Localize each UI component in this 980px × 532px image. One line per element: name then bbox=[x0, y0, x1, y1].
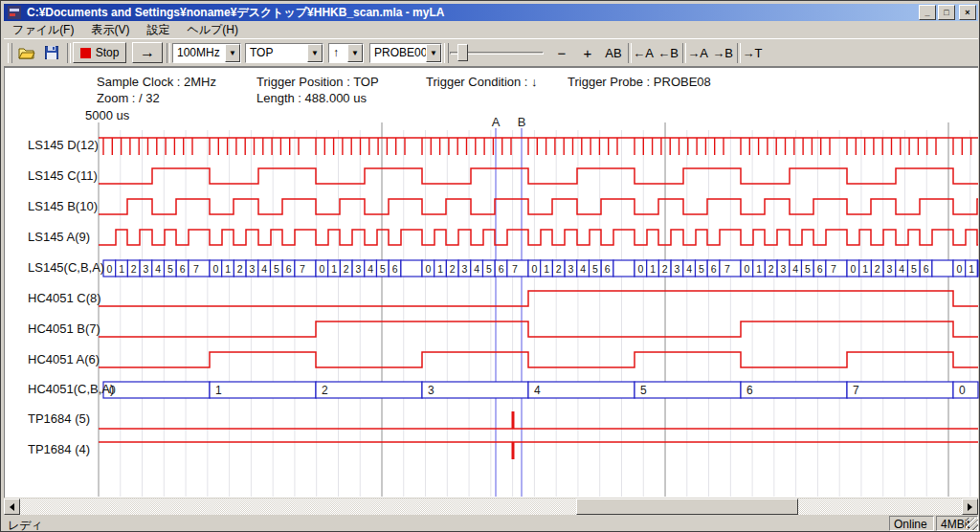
toolbar-gripper[interactable] bbox=[8, 43, 12, 63]
goto-marker-b-button[interactable]: ←B bbox=[657, 44, 679, 61]
bus-cell-label: 0 bbox=[319, 263, 324, 275]
length-text: Length : 488.000 us bbox=[256, 91, 367, 105]
sample-clock-combo[interactable]: 100MHz ▼ bbox=[172, 43, 241, 63]
status-bar: レディ Online 4MBit bbox=[4, 516, 978, 532]
open-file-button[interactable] bbox=[15, 44, 38, 61]
bus-cell bbox=[401, 260, 422, 277]
chevron-down-icon[interactable]: ▼ bbox=[307, 44, 323, 62]
toolbar-separator bbox=[67, 43, 71, 63]
bus-cell-label: 1 bbox=[544, 263, 549, 275]
trigger-edge-combo[interactable]: ↑ ▼ bbox=[328, 43, 364, 63]
channel-label: TP1684 (5) bbox=[28, 411, 90, 427]
bus-cell-label: 0 bbox=[959, 384, 966, 397]
scrollbar-thumb[interactable] bbox=[576, 499, 798, 515]
bus-cell-label: 4 bbox=[368, 263, 373, 275]
bus-cell-label: 0 bbox=[212, 263, 218, 275]
menu-help[interactable]: ヘルプ(H) bbox=[178, 21, 247, 38]
bus-cell-label: 4 bbox=[261, 263, 267, 275]
bus-cell-label: 1 bbox=[969, 263, 974, 275]
trigger-position-combo[interactable]: TOP ▼ bbox=[245, 43, 323, 63]
channel-label: HC4051 A(6) bbox=[28, 352, 100, 367]
chevron-down-icon[interactable]: ▼ bbox=[426, 44, 441, 62]
chevron-down-icon[interactable]: ▼ bbox=[347, 44, 363, 62]
app-window: 0123456701234567012345601234567012345601… bbox=[0, 0, 980, 532]
trigger-position-text: Trigger Position : TOP bbox=[256, 75, 379, 89]
set-marker-a-button[interactable]: →A bbox=[686, 44, 709, 61]
title-bar[interactable]: C:¥Documents and Settings¥noname¥デスクトップ¥… bbox=[4, 4, 978, 21]
zoom-out-button[interactable]: − bbox=[553, 44, 570, 61]
channel-label: LS145 C(11) bbox=[28, 168, 98, 184]
goto-trigger-button[interactable]: →T bbox=[741, 44, 764, 61]
bus-cell-label: 2 bbox=[344, 263, 349, 275]
trace-wave bbox=[99, 321, 978, 337]
bus-cell-label: 2 bbox=[131, 263, 137, 275]
zoom-text: Zoom : / 32 bbox=[97, 91, 160, 105]
bus-cell-label: 4 bbox=[792, 263, 798, 275]
menu-bar: ファイル(F) 表示(V) 設定 ヘルプ(H) bbox=[4, 21, 978, 38]
bus-cell-label: 1 bbox=[225, 263, 231, 275]
bus-cell bbox=[847, 382, 953, 398]
bus-cell-label: 4 bbox=[534, 384, 541, 397]
bus-cell-label: 6 bbox=[286, 263, 292, 275]
marker-a-label[interactable]: A bbox=[490, 115, 501, 129]
zoom-slider-handle[interactable] bbox=[457, 44, 468, 61]
bus-cell bbox=[741, 382, 847, 398]
bus-cell-label: 6 bbox=[605, 263, 611, 275]
scroll-right-button[interactable] bbox=[962, 499, 978, 515]
close-button[interactable]: × bbox=[959, 5, 976, 20]
bus-cell-label: 2 bbox=[322, 384, 328, 397]
arrow-left-icon bbox=[10, 503, 14, 511]
trigger-condition-text: Trigger Condition : ↓ bbox=[426, 75, 538, 89]
toolbar-gripper[interactable] bbox=[444, 43, 449, 63]
bus-cell bbox=[103, 382, 210, 398]
scroll-left-button[interactable] bbox=[4, 499, 20, 515]
bus-cell-label: 3 bbox=[675, 263, 680, 275]
bus-cell-label: 5 bbox=[167, 263, 173, 275]
bus-cell-label: 2 bbox=[875, 263, 880, 275]
trigger-probe-text: Trigger Probe : PROBE08 bbox=[568, 75, 711, 89]
bus-cell bbox=[953, 382, 978, 398]
bus-cell-label: 1 bbox=[215, 384, 222, 397]
bus-cell-label: 3 bbox=[568, 263, 574, 275]
bus-cell-label: 7 bbox=[300, 263, 305, 275]
resize-grip[interactable] bbox=[966, 518, 978, 530]
minimize-button[interactable]: _ bbox=[919, 5, 936, 20]
menu-file[interactable]: ファイル(F) bbox=[4, 21, 82, 38]
chevron-down-icon[interactable]: ▼ bbox=[225, 44, 240, 62]
bus-cell-label: 4 bbox=[899, 263, 904, 275]
trigger-position-value: TOP bbox=[246, 44, 307, 62]
bus-cell bbox=[189, 260, 210, 277]
goto-marker-a-button[interactable]: ←A bbox=[632, 44, 655, 61]
zoom-in-button[interactable]: + bbox=[579, 44, 596, 61]
bus-cell-label: 3 bbox=[462, 263, 468, 275]
stop-button[interactable]: Stop bbox=[73, 42, 126, 63]
maximize-button[interactable]: □ bbox=[938, 5, 955, 20]
toolbar-separator bbox=[167, 43, 170, 63]
menu-settings[interactable]: 設定 bbox=[138, 21, 178, 38]
trace-wave bbox=[99, 291, 978, 306]
horizontal-scrollbar[interactable] bbox=[4, 499, 978, 515]
set-marker-b-button[interactable]: →B bbox=[711, 44, 734, 61]
floppy-disk-icon bbox=[45, 46, 58, 59]
bus-cell bbox=[932, 260, 953, 277]
menu-view[interactable]: 表示(V) bbox=[82, 21, 138, 38]
bus-cell-label: 5 bbox=[911, 263, 917, 275]
ab-range-button[interactable]: AB bbox=[602, 44, 625, 61]
channel-label: LS145 D(12) bbox=[28, 138, 99, 153]
bus-cell bbox=[507, 260, 528, 277]
bus-cell-label: 0 bbox=[637, 263, 643, 275]
run-button[interactable]: → bbox=[132, 42, 163, 63]
bus-cell-label: 2 bbox=[556, 263, 562, 275]
bus-cell-label: 6 bbox=[499, 263, 504, 275]
bus-cell-label: 7 bbox=[724, 263, 730, 275]
trigger-probe-combo[interactable]: PROBE00 ▼ bbox=[369, 43, 442, 63]
marker-b-label[interactable]: B bbox=[516, 115, 527, 129]
bus-cell-label: 6 bbox=[180, 263, 186, 275]
open-folder-icon bbox=[18, 46, 35, 59]
bus-cell-label: 5 bbox=[592, 263, 598, 275]
window-title: C:¥Documents and Settings¥noname¥デスクトップ¥… bbox=[27, 5, 917, 21]
bus-cell-label: 3 bbox=[356, 263, 362, 275]
bus-cell-label: 6 bbox=[392, 263, 398, 275]
save-button[interactable] bbox=[40, 44, 63, 61]
channel-label: HC4051 B(7) bbox=[28, 321, 100, 337]
